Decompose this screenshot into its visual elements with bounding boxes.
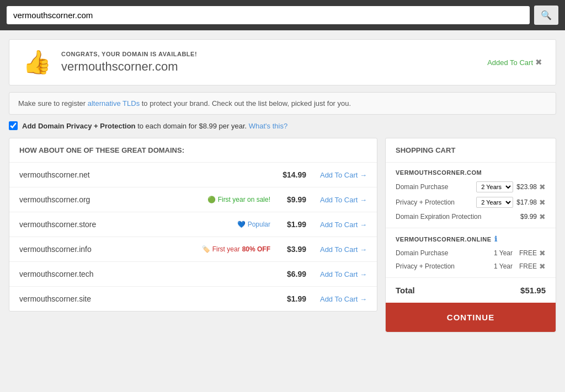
cart-item-online-privacy-label: Privacy + Protection [396, 262, 491, 270]
main-content: 👍 CONGRATS, YOUR DOMAIN IS AVAILABLE! ve… [0, 30, 565, 341]
privacy-price-value: $17.98 [516, 198, 537, 206]
whats-this-link[interactable]: What's this? [249, 122, 287, 130]
added-to-cart-label: Added To Cart ✖ [487, 57, 542, 67]
online-privacy-year: 1 Year [494, 262, 516, 270]
privacy-label-bold: Add Domain Privacy + Protection [22, 122, 136, 130]
search-button[interactable]: 🔍 [534, 6, 558, 25]
domain-price: $3.99 [276, 245, 306, 254]
online-domain-price-value: FREE [519, 249, 537, 257]
cart-section-1-title: VERMOUTHSCORNER.COM [396, 169, 546, 176]
domain-price: $1.99 [276, 294, 306, 303]
cart-item-online-domain-purchase: Domain Purchase 1 Year FREE ✖ [396, 249, 546, 257]
privacy-row: Add Domain Privacy + Protection to each … [9, 121, 556, 130]
domain-name-label: vermouthscorner.net [19, 170, 270, 179]
thumbs-up-icon: 👍 [23, 51, 51, 74]
domain-price: $9.99 [276, 195, 306, 204]
domain-name-label: vermouthscorner.site [19, 294, 270, 303]
domain-list-panel: HOW ABOUT ONE OF THESE GREAT DOMAINS: ve… [9, 138, 377, 312]
online-domain-remove-btn[interactable]: ✖ [539, 249, 546, 257]
cart-item-expiration-price: $9.99 ✖ [520, 212, 546, 221]
domain-available-left: 👍 CONGRATS, YOUR DOMAIN IS AVAILABLE! ve… [23, 51, 197, 74]
badge-sale: 🟢 First year on sale! [207, 196, 270, 203]
add-to-cart-link[interactable]: Add To Cart → [312, 196, 367, 204]
domain-rows-container: vermouthscorner.net $14.99 Add To Cart →… [9, 163, 377, 311]
add-to-cart-link[interactable]: Add To Cart → [312, 221, 367, 229]
search-icon: 🔍 [541, 10, 552, 20]
cart-item-expiration: Domain Expiration Protection $9.99 ✖ [396, 212, 546, 221]
expiration-price-value: $9.99 [520, 213, 537, 221]
search-bar: 🔍 [0, 0, 565, 30]
online-domain-year: 1 Year [494, 249, 516, 257]
total-price: $51.95 [520, 286, 546, 295]
privacy-label-text: to each domain for $8.99 per year. [136, 122, 249, 130]
tld-notice-text1: Make sure to register [18, 99, 88, 108]
info-icon[interactable]: ℹ [494, 235, 498, 243]
expiration-remove-btn[interactable]: ✖ [539, 212, 546, 221]
add-to-cart-link[interactable]: Add To Cart → [312, 295, 367, 303]
cart-item-privacy-price: $17.98 ✖ [516, 198, 546, 207]
cart-section-2-title-text: VERMOUTHSCORNER.ONLINE [396, 236, 492, 243]
cart-total-row: Total $51.95 [386, 278, 556, 303]
cart-section-2-title: VERMOUTHSCORNER.ONLINE ℹ [396, 235, 546, 243]
cart-panel: SHOPPING CART VERMOUTHSCORNER.COM Domain… [385, 138, 556, 332]
cart-item-privacy-label: Privacy + Protection [396, 198, 473, 206]
privacy-label: Add Domain Privacy + Protection to each … [22, 122, 287, 130]
domain-name-label: vermouthscorner.info [19, 245, 196, 254]
domain-purchase-price-value: $23.98 [516, 183, 537, 191]
cart-item-expiration-label: Domain Expiration Protection [396, 213, 517, 221]
available-domain-name: vermouthscorner.com [61, 60, 197, 74]
domain-available-text: CONGRATS, YOUR DOMAIN IS AVAILABLE! verm… [61, 51, 197, 74]
domain-name-label: vermouthscorner.org [19, 195, 202, 204]
cart-item-privacy: Privacy + Protection 2 Years 1 Year 3 Ye… [396, 197, 546, 208]
domain-available-card: 👍 CONGRATS, YOUR DOMAIN IS AVAILABLE! ve… [9, 39, 556, 85]
domain-row: vermouthscorner.store 💙 Popular $1.99 Ad… [9, 212, 377, 237]
privacy-years-select[interactable]: 2 Years 1 Year 3 Years [476, 197, 513, 208]
two-col-layout: HOW ABOUT ONE OF THESE GREAT DOMAINS: ve… [9, 138, 556, 332]
domain-row: vermouthscorner.org 🟢 First year on sale… [9, 187, 377, 212]
remove-domain-icon[interactable]: ✖ [535, 57, 542, 67]
tld-notice: Make sure to register alternative TLDs t… [9, 92, 556, 115]
domain-row: vermouthscorner.net $14.99 Add To Cart → [9, 163, 377, 187]
privacy-checkbox[interactable] [9, 121, 18, 130]
badge-off: 🏷️ First year 80% OFF [202, 245, 270, 253]
cart-item-domain-purchase: Domain Purchase 2 Years 1 Year 3 Years $… [396, 181, 546, 192]
domain-price: $6.99 [276, 270, 306, 278]
add-to-cart-link[interactable]: Add To Cart → [312, 171, 367, 179]
domain-price: $1.99 [276, 220, 306, 229]
cart-item-online-privacy-price: FREE ✖ [519, 262, 546, 271]
add-to-cart-link[interactable]: Add To Cart → [312, 270, 367, 278]
search-input[interactable] [7, 6, 530, 24]
total-label: Total [396, 286, 415, 295]
tld-notice-text2: to protect your brand. Check out the lis… [140, 99, 351, 108]
cart-section-1: VERMOUTHSCORNER.COM Domain Purchase 2 Ye… [386, 163, 556, 228]
cart-item-online-privacy: Privacy + Protection 1 Year FREE ✖ [396, 262, 546, 271]
cart-item-domain-purchase-price: $23.98 ✖ [516, 182, 546, 191]
domain-row: vermouthscorner.tech $6.99 Add To Cart → [9, 262, 377, 287]
cart-item-domain-purchase-label: Domain Purchase [396, 183, 473, 191]
privacy-remove-btn[interactable]: ✖ [539, 198, 546, 207]
add-to-cart-link[interactable]: Add To Cart → [312, 245, 367, 254]
domain-row: vermouthscorner.info 🏷️ First year 80% O… [9, 237, 377, 262]
domain-purchase-years-select[interactable]: 2 Years 1 Year 3 Years [476, 181, 513, 192]
online-privacy-remove-btn[interactable]: ✖ [539, 262, 546, 271]
badge-popular: 💙 Popular [237, 221, 270, 228]
cart-item-online-domain-label: Domain Purchase [396, 249, 491, 257]
domain-name-label: vermouthscorner.store [19, 220, 232, 229]
cart-section-2: VERMOUTHSCORNER.ONLINE ℹ Domain Purchase… [386, 228, 556, 278]
cart-header: SHOPPING CART [386, 138, 556, 163]
domain-price: $14.99 [276, 170, 306, 179]
congrats-label: CONGRATS, YOUR DOMAIN IS AVAILABLE! [61, 51, 197, 57]
domain-name-label: vermouthscorner.tech [19, 270, 270, 278]
alternative-tlds-link[interactable]: alternative TLDs [88, 99, 140, 108]
domain-purchase-remove-btn[interactable]: ✖ [539, 182, 546, 191]
cart-item-online-domain-price: FREE ✖ [519, 249, 546, 257]
domain-list-header: HOW ABOUT ONE OF THESE GREAT DOMAINS: [9, 138, 377, 163]
online-privacy-price-value: FREE [519, 262, 537, 270]
domain-row: vermouthscorner.site $1.99 Add To Cart → [9, 287, 377, 311]
continue-button[interactable]: CONTINUE [386, 303, 556, 332]
added-to-cart-text: Added To Cart [487, 58, 533, 67]
